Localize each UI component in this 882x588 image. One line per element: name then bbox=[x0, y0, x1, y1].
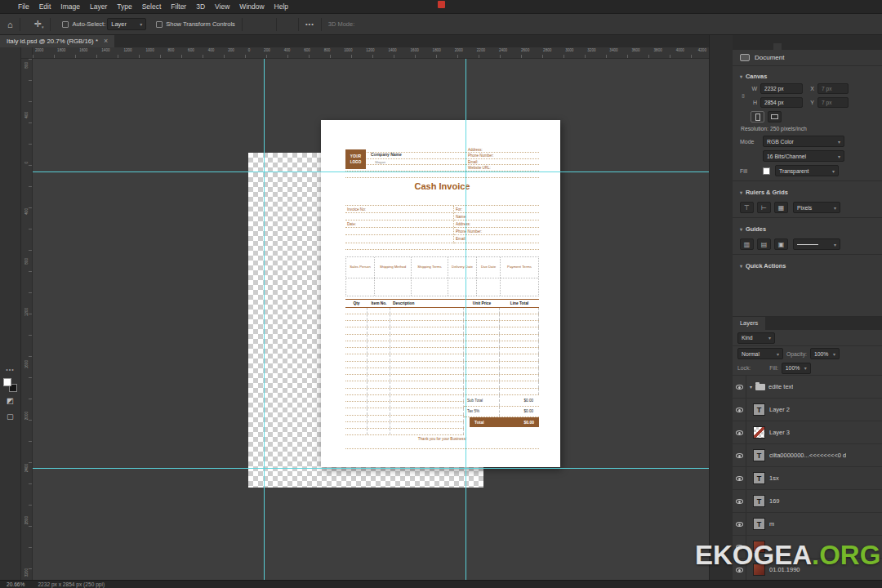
visibility-toggle[interactable] bbox=[733, 467, 746, 489]
layer-row[interactable]: ▾ bbox=[733, 536, 882, 559]
y-field[interactable]: 7 px bbox=[817, 97, 849, 108]
menu-item[interactable]: Edit bbox=[34, 0, 56, 14]
healing-brush-tool[interactable] bbox=[2, 145, 19, 156]
layer-name[interactable]: 1sx bbox=[769, 474, 779, 482]
edit-toolbar-button[interactable]: ••• bbox=[6, 367, 14, 372]
visibility-toggle[interactable] bbox=[733, 399, 746, 421]
quick-mask-button[interactable]: ◩ bbox=[2, 395, 19, 407]
lasso-tool[interactable] bbox=[2, 82, 19, 93]
menu-item[interactable]: Help bbox=[270, 0, 293, 14]
ruler-origin-button[interactable]: ⊢ bbox=[757, 202, 771, 213]
tab-properties[interactable] bbox=[773, 43, 782, 50]
visibility-toggle[interactable] bbox=[733, 513, 746, 535]
marquee-tool[interactable] bbox=[2, 65, 19, 77]
tab-swatches[interactable] bbox=[733, 43, 741, 50]
layer-name[interactable]: Layer 3 bbox=[769, 429, 790, 436]
layer-row[interactable]: ▾ Layer 3 bbox=[733, 421, 882, 444]
layer-row[interactable]: ▾ 01.01.1990 bbox=[733, 559, 882, 580]
menu-item[interactable]: Image bbox=[56, 0, 85, 14]
layer-name[interactable]: edite text bbox=[768, 383, 793, 390]
canvas-section-header[interactable]: ▾ Canvas bbox=[740, 69, 875, 82]
layer-thumbnail[interactable]: T bbox=[753, 449, 765, 461]
layer-row[interactable]: ▾ T Layer 2 bbox=[733, 399, 882, 421]
eraser-tool[interactable] bbox=[2, 207, 19, 219]
quick-actions-section-header[interactable]: ▾ Quick Actions bbox=[740, 259, 875, 272]
home-icon[interactable]: ⌂ bbox=[7, 20, 13, 29]
menu-item[interactable]: File bbox=[13, 0, 34, 14]
toggle-rulers-button[interactable]: ⊤ bbox=[740, 202, 754, 213]
layer-name[interactable]: Layer 2 bbox=[769, 406, 790, 413]
menu-item[interactable]: Layer bbox=[85, 0, 112, 14]
zoom-tool[interactable] bbox=[2, 350, 19, 361]
layer-name[interactable]: m bbox=[769, 520, 774, 528]
screen-mode-button[interactable]: ▢ bbox=[2, 411, 19, 422]
visibility-toggle[interactable] bbox=[733, 376, 746, 398]
layer-row[interactable]: ▾ edite text bbox=[733, 376, 882, 399]
menu-item[interactable]: Type bbox=[112, 0, 136, 14]
quick-selection-tool[interactable] bbox=[2, 97, 19, 109]
fill-swatch[interactable] bbox=[763, 167, 770, 175]
landscape-orientation-button[interactable] bbox=[768, 111, 782, 122]
tab-patterns[interactable] bbox=[749, 43, 757, 50]
layer-thumbnail[interactable] bbox=[753, 564, 765, 576]
rulers-grids-section-header[interactable]: ▾ Rulers & Grids bbox=[740, 185, 875, 198]
more-options-button[interactable]: ••• bbox=[305, 20, 314, 28]
horizontal-ruler[interactable]: 2000180016001400120010008006004002000200… bbox=[33, 47, 709, 59]
visibility-toggle[interactable] bbox=[733, 421, 746, 443]
guide-vertical[interactable] bbox=[264, 59, 265, 580]
layer-thumbnail[interactable]: T bbox=[753, 518, 765, 530]
guide-horizontal[interactable] bbox=[33, 468, 709, 469]
layer-thumbnail[interactable]: T bbox=[753, 495, 765, 507]
tab-actions[interactable] bbox=[765, 43, 773, 50]
bit-depth-dropdown[interactable]: 16 Bits/Channel bbox=[763, 150, 844, 162]
crop-tool[interactable] bbox=[2, 113, 19, 124]
visibility-toggle[interactable] bbox=[733, 444, 746, 466]
visibility-toggle[interactable] bbox=[733, 490, 746, 512]
layer-row[interactable]: ▾ T 169 bbox=[733, 490, 882, 513]
hand-tool[interactable] bbox=[2, 333, 19, 345]
document-tab[interactable]: Italy id.psd @ 20.7% (RGB/16) * × bbox=[0, 35, 114, 47]
opacity-dropdown[interactable]: 100% bbox=[810, 348, 840, 359]
path-selection-tool[interactable] bbox=[2, 302, 19, 314]
rectangle-tool[interactable] bbox=[2, 318, 19, 329]
layer-thumbnail[interactable]: T bbox=[753, 472, 765, 484]
guide-vertical[interactable] bbox=[466, 59, 466, 580]
layer-name[interactable]: 169 bbox=[769, 497, 780, 505]
guide-style-dropdown[interactable] bbox=[793, 238, 840, 250]
move-tool-preset-icon[interactable]: ✛▾ bbox=[34, 19, 44, 29]
layer-fill-dropdown[interactable]: 100% bbox=[782, 363, 811, 374]
link-dimensions-icon[interactable]: ∞ bbox=[741, 92, 746, 99]
visibility-toggle[interactable] bbox=[733, 536, 746, 558]
height-field[interactable]: 2854 px bbox=[760, 97, 803, 108]
menu-item[interactable]: Filter bbox=[166, 0, 191, 14]
x-field[interactable]: 7 px bbox=[817, 83, 849, 94]
history-brush-tool[interactable] bbox=[2, 192, 19, 203]
show-transform-checkbox[interactable] bbox=[156, 21, 163, 28]
group-caret-icon[interactable]: ▾ bbox=[750, 384, 752, 390]
auto-select-checkbox[interactable] bbox=[62, 21, 69, 28]
gradient-tool[interactable] bbox=[2, 223, 19, 234]
menu-item[interactable]: Select bbox=[137, 0, 167, 14]
canvas-area[interactable]: Address: Phone Number: Email: Website UR… bbox=[33, 59, 709, 580]
layer-thumbnail[interactable] bbox=[753, 541, 765, 553]
menu-item[interactable]: Window bbox=[234, 0, 269, 14]
layers-tab[interactable]: Layers bbox=[733, 317, 765, 330]
dodge-tool[interactable] bbox=[2, 255, 19, 266]
clone-stamp-tool[interactable] bbox=[2, 176, 19, 187]
move-tool[interactable] bbox=[2, 50, 19, 61]
toggle-guides-button[interactable]: ▤ bbox=[757, 238, 771, 250]
tab-gradients[interactable] bbox=[741, 43, 749, 50]
brush-tool[interactable] bbox=[2, 160, 19, 172]
type-tool[interactable] bbox=[2, 286, 19, 297]
guides-section-header[interactable]: ▾ Guides bbox=[740, 222, 875, 235]
eyedropper-tool[interactable] bbox=[2, 128, 19, 140]
fill-dropdown[interactable]: Transparent bbox=[775, 165, 839, 176]
units-dropdown[interactable]: Pixels bbox=[793, 202, 840, 213]
layer-row[interactable]: ▾ T 1sx bbox=[733, 467, 882, 490]
layer-thumbnail[interactable]: T bbox=[753, 403, 765, 416]
toggle-grid-button[interactable]: ▦ bbox=[774, 202, 788, 213]
portrait-orientation-button[interactable] bbox=[751, 111, 764, 122]
layer-thumbnail[interactable] bbox=[753, 426, 765, 439]
menu-item[interactable]: 3D bbox=[191, 0, 210, 14]
visibility-toggle[interactable] bbox=[733, 559, 746, 580]
